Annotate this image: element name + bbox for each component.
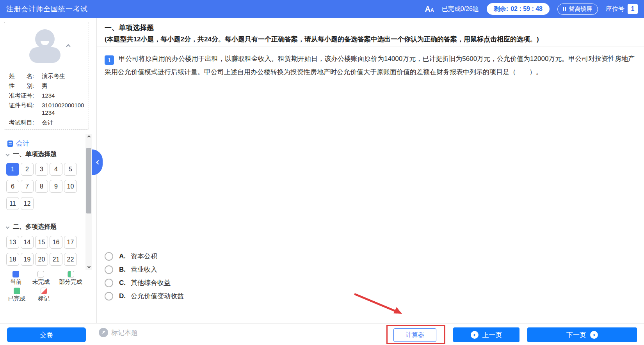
section-header-single-choice[interactable]: 一、单项选择题: [6, 150, 57, 158]
question-button-4[interactable]: 4: [50, 163, 62, 176]
timer-label: 剩余:: [494, 5, 508, 13]
question-button-22[interactable]: 22: [64, 253, 77, 266]
question-button-2[interactable]: 2: [21, 163, 34, 176]
answer-options: A. 资本公积 B. 营业收入 C. 其他综合收益 D. 公允价值变动收益: [105, 252, 184, 305]
profile-row-subject: 考试科目: 会计: [9, 119, 85, 126]
prev-page-button[interactable]: 上一页: [453, 327, 519, 342]
radio-b[interactable]: [105, 265, 113, 274]
avatar: [26, 26, 64, 64]
radio-a[interactable]: [105, 252, 113, 261]
seat-number: 1: [628, 4, 638, 14]
chevron-right-circle-icon: [590, 331, 598, 339]
header-bar: 注册会计师全国统一考试 AA 已完成0/26题 剩余: 02 : 59 : 48…: [0, 0, 644, 18]
mark-question-button[interactable]: 标记本题: [99, 328, 138, 337]
pushpin-icon: [99, 328, 108, 337]
footer-bar: 交卷 标记本题 计算器 上一页 下一页: [0, 323, 644, 345]
pause-lock-label: 暂离锁屏: [569, 5, 592, 13]
document-icon: [7, 140, 13, 147]
legend-complete: 已完成: [5, 288, 29, 302]
subject-link[interactable]: 会计: [7, 139, 29, 148]
completed-count: 已完成0/26题: [442, 5, 479, 13]
complete-swatch: [14, 288, 20, 294]
chevron-up-icon: [66, 44, 70, 48]
status-legend: 当前 未完成 部分完成 已完成 标记: [5, 271, 87, 304]
scrollbar-track[interactable]: [85, 140, 92, 263]
calculator-button[interactable]: 计算器: [393, 328, 436, 342]
question-button-15[interactable]: 15: [35, 236, 48, 249]
question-button-1[interactable]: 1: [6, 163, 19, 176]
question-button-6[interactable]: 6: [6, 180, 19, 193]
time-remaining-badge: 剩余: 02 : 59 : 48: [487, 3, 550, 15]
question-body: 1甲公司将原自用的办公楼用于出租，以赚取租金收入。租赁期开始日，该办公楼账面原价…: [105, 52, 637, 79]
section-header-multi-choice[interactable]: 二、多项选择题: [6, 223, 57, 231]
next-page-button[interactable]: 下一页: [527, 327, 637, 342]
question-button-5[interactable]: 5: [64, 163, 77, 176]
option-b[interactable]: B. 营业收入: [105, 265, 184, 274]
seat-label: 座位号: [606, 5, 624, 13]
option-c[interactable]: C. 其他综合收益: [105, 278, 184, 287]
legend-incomplete: 未完成: [27, 271, 55, 286]
marked-swatch: [41, 288, 47, 294]
question-button-20[interactable]: 20: [35, 253, 48, 266]
font-size-icon[interactable]: AA: [425, 5, 434, 13]
question-button-11[interactable]: 11: [6, 197, 19, 210]
scroll-down-button[interactable]: [88, 263, 90, 270]
radio-c[interactable]: [105, 279, 113, 287]
profile-row-name: 姓 名: 演示考生: [9, 72, 85, 80]
question-button-14[interactable]: 14: [21, 236, 34, 249]
current-swatch: [12, 271, 19, 277]
legend-partial: 部分完成: [55, 271, 87, 286]
subject-label: 会计: [16, 139, 29, 148]
submit-paper-button[interactable]: 交卷: [7, 327, 86, 342]
section-title: 一、单项选择题: [105, 23, 154, 32]
question-button-3[interactable]: 3: [35, 163, 48, 176]
chevron-left-icon: [96, 160, 100, 164]
exam-app: 注册会计师全国统一考试 AA 已完成0/26题 剩余: 02 : 59 : 48…: [0, 0, 644, 345]
seat-group: 座位号 1: [606, 4, 638, 14]
question-button-19[interactable]: 19: [21, 253, 34, 266]
scroll-up-button[interactable]: [88, 134, 90, 140]
chevron-down-icon: [6, 153, 10, 156]
question-button-18[interactable]: 18: [6, 253, 19, 266]
option-a[interactable]: A. 资本公积: [105, 252, 184, 261]
chevron-down-icon: [87, 265, 90, 268]
question-grid-multi-choice: 13 14 15 16 17 18 19 20 21 22: [6, 236, 77, 266]
sidebar-scrollbar: [85, 134, 92, 270]
question-button-7[interactable]: 7: [21, 180, 34, 193]
question-text: 甲公司将原自用的办公楼用于出租，以赚取租金收入。租赁期开始日，该办公楼账面原价为…: [105, 55, 635, 76]
profile-row-id-no: 证件号码: 31010020001001234: [9, 101, 85, 116]
profile-fields: 姓 名: 演示考生 性 别: 男 准考证号: 1234 证件号码: 310100…: [9, 72, 85, 128]
section-instructions: (本题型共12小题，每小题2分，共24分。每小题只有一个正确答案，请从每小题的备…: [105, 35, 635, 44]
question-button-21[interactable]: 21: [50, 253, 62, 266]
timer-value: 02 : 59 : 48: [511, 5, 543, 12]
radio-d[interactable]: [105, 292, 113, 301]
question-button-13[interactable]: 13: [6, 236, 19, 249]
legend-marked: 标记: [29, 288, 59, 302]
candidate-profile-card: 姓 名: 演示考生 性 别: 男 准考证号: 1234 证件号码: 310100…: [4, 22, 89, 130]
chevron-left-circle-icon: [471, 331, 479, 339]
sidebar-collapse-tab[interactable]: [92, 149, 103, 175]
question-button-12[interactable]: 12: [21, 197, 34, 210]
chevron-up-icon: [87, 135, 90, 139]
incomplete-swatch: [37, 271, 44, 277]
scrollbar-thumb[interactable]: [86, 148, 91, 213]
app-title: 注册会计师全国统一考试: [6, 4, 88, 14]
question-button-17[interactable]: 17: [64, 236, 77, 249]
red-annotation-arrow: [345, 290, 412, 323]
section-divider: [97, 46, 644, 46]
question-button-16[interactable]: 16: [50, 236, 62, 249]
option-d[interactable]: D. 公允价值变动收益: [105, 292, 184, 301]
question-button-10[interactable]: 10: [64, 180, 77, 193]
question-button-8[interactable]: 8: [35, 180, 48, 193]
profile-row-gender: 性 别: 男: [9, 82, 85, 89]
pause-lock-button[interactable]: 暂离锁屏: [557, 4, 598, 15]
question-grid-single-choice: 1 2 3 4 5 6 7 8 9 10 11 12: [6, 163, 77, 210]
legend-current: 当前: [5, 271, 27, 286]
pause-icon: [563, 7, 566, 11]
chevron-down-icon: [6, 225, 10, 229]
header-right: AA 已完成0/26题 剩余: 02 : 59 : 48 暂离锁屏 座位号 1: [425, 3, 638, 15]
profile-collapse-button[interactable]: [67, 43, 70, 50]
question-button-9[interactable]: 9: [50, 180, 62, 193]
question-number-badge: 1: [105, 55, 114, 65]
profile-row-admission-no: 准考证号: 1234: [9, 92, 85, 99]
